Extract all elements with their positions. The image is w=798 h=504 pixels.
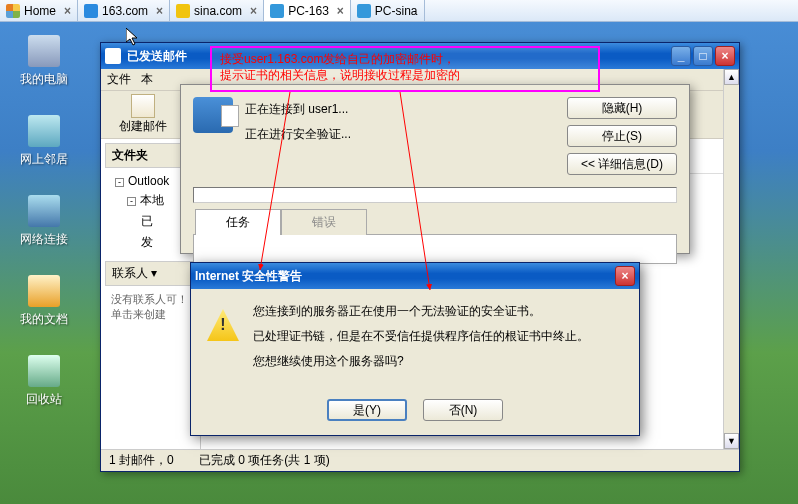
security-text-1: 您连接到的服务器正在使用一个无法验证的安全证书。 (253, 303, 589, 320)
security-dialog: Internet 安全性警告 × ! 您连接到的服务器正在使用一个无法验证的安全… (190, 262, 640, 436)
browser-tabstrip: Home× 163.com× sina.com× PC-163× PC-sina (0, 0, 798, 22)
security-titlebar[interactable]: Internet 安全性警告 × (191, 263, 639, 289)
maximize-button[interactable]: □ (693, 46, 713, 66)
security-text-3: 您想继续使用这个服务器吗? (253, 353, 589, 370)
status-left: 1 封邮件，0 (109, 452, 199, 469)
tab-label: Home (24, 4, 56, 18)
tab-sina[interactable]: sina.com× (170, 0, 264, 21)
recycle-icon (28, 355, 60, 387)
app-icon (105, 48, 121, 64)
site-icon (84, 4, 98, 18)
hide-button[interactable]: 隐藏(H) (567, 97, 677, 119)
tab-label: PC-sina (375, 4, 418, 18)
mycomputer-icon (28, 35, 60, 67)
tasks-panel (193, 234, 677, 264)
window-title: 已发送邮件 (127, 48, 187, 65)
site-icon (176, 4, 190, 18)
desktop-icon-docs[interactable]: 我的文档 (14, 275, 74, 328)
docs-icon (28, 275, 60, 307)
yes-button[interactable]: 是(Y) (327, 399, 407, 421)
tab-163[interactable]: 163.com× (78, 0, 170, 21)
icon-label: 我的电脑 (20, 72, 68, 86)
menu-file[interactable]: 文件 (107, 71, 131, 88)
no-contacts-text: 没有联系人可！ 单击来创建 (105, 286, 196, 328)
no-button[interactable]: 否(N) (423, 399, 503, 421)
status-right: 已完成 0 项任务(共 1 项) (199, 452, 330, 469)
tab-pc-sina[interactable]: PC-sina (351, 0, 425, 21)
desktop-icon-mycomputer[interactable]: 我的电脑 (14, 35, 74, 88)
progress-bar (193, 187, 677, 203)
close-icon[interactable]: × (337, 4, 344, 18)
icon-label: 网上邻居 (20, 152, 68, 166)
outlook-titlebar[interactable]: 已发送邮件 _ □ × (101, 43, 739, 69)
close-icon[interactable]: × (250, 4, 257, 18)
network-icon (28, 115, 60, 147)
icon-label: 我的文档 (20, 312, 68, 326)
statusbar: 1 封邮件，0 已完成 0 项任务(共 1 项) (101, 449, 739, 471)
tab-label: sina.com (194, 4, 242, 18)
netconn-icon (28, 195, 60, 227)
scrollbar[interactable]: ▲▼ (723, 69, 739, 449)
desktop-icon-recycle[interactable]: 回收站 (14, 355, 74, 408)
details-button[interactable]: << 详细信息(D) (567, 153, 677, 175)
desktop-icon-network[interactable]: 网上邻居 (14, 115, 74, 168)
home-icon (6, 4, 20, 18)
button-label: 创建邮件 (119, 118, 167, 135)
menu-item[interactable]: 本 (141, 71, 153, 88)
newmail-icon (131, 94, 155, 118)
new-mail-button[interactable]: 创建邮件 (109, 92, 177, 137)
tab-label: PC-163 (288, 4, 329, 18)
icon-label: 回收站 (26, 392, 62, 406)
stop-button[interactable]: 停止(S) (567, 125, 677, 147)
progress-dialog: 正在连接到 user1... 正在进行安全验证... 隐藏(H) 停止(S) <… (180, 84, 690, 254)
tab-pc-163[interactable]: PC-163× (264, 0, 351, 21)
icon-label: 网络连接 (20, 232, 68, 246)
close-icon[interactable]: × (156, 4, 163, 18)
tab-home[interactable]: Home× (0, 0, 78, 21)
minimize-button[interactable]: _ (671, 46, 691, 66)
close-button[interactable]: × (615, 266, 635, 286)
errors-tab[interactable]: 错误 (281, 209, 367, 235)
desktop-icon-netconn[interactable]: 网络连接 (14, 195, 74, 248)
dialog-title: Internet 安全性警告 (195, 268, 302, 285)
tasks-tab[interactable]: 任务 (195, 209, 281, 235)
close-button[interactable]: × (715, 46, 735, 66)
warning-icon: ! (207, 309, 239, 341)
contacts-header[interactable]: 联系人 ▾ (105, 261, 196, 286)
security-text-2: 已处理证书链，但是在不受信任提供程序信任的根证书中终止。 (253, 328, 589, 345)
close-icon[interactable]: × (64, 4, 71, 18)
mail-transfer-icon (193, 97, 233, 133)
pc-icon (357, 4, 371, 18)
connecting-text: 正在连接到 user1... (245, 101, 555, 118)
tab-label: 163.com (102, 4, 148, 18)
verifying-text: 正在进行安全验证... (245, 126, 555, 143)
pc-icon (270, 4, 284, 18)
